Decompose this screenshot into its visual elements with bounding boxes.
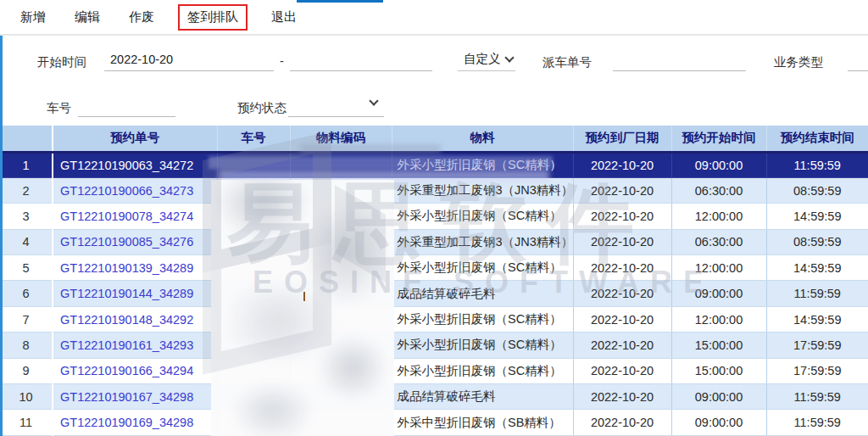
start-time-cell: 06:30:00 bbox=[671, 229, 766, 254]
order-no-link[interactable]: GT12210190085_34276 bbox=[53, 229, 217, 254]
vehicle-no-label: 车号 bbox=[47, 100, 71, 116]
business-type-label: 业务类型 bbox=[774, 54, 823, 70]
status-label: 预约状态 bbox=[237, 100, 287, 116]
material-cell: 成品结算破碎毛料 bbox=[392, 384, 573, 410]
table-row[interactable]: 10GT12210190167_34298成品结算破碎毛料2022-10-200… bbox=[0, 384, 868, 410]
col-header-arrival-date: 预约到厂日期 bbox=[573, 126, 671, 152]
start-time-cell: 12:00:00 bbox=[671, 204, 766, 229]
table-row[interactable]: 4GT12210190085_34276外采重型加工废钢3（JN3精料）2022… bbox=[0, 229, 868, 254]
col-header-rownum bbox=[0, 126, 53, 152]
order-no-link[interactable]: GT12210190078_34274 bbox=[53, 204, 217, 229]
col-header-end-time: 预约结束时间 bbox=[766, 126, 868, 152]
material-cell: 外采小型折旧废钢（SC精料） bbox=[392, 333, 573, 358]
redaction-blur-overlay bbox=[211, 180, 394, 436]
checkin-queue-button[interactable]: 签到排队 bbox=[178, 4, 248, 31]
table-row[interactable]: 8GT12210190161_34293外采小型折旧废钢（SC精料）2022-1… bbox=[0, 333, 868, 358]
row-number-cell: 1 bbox=[0, 152, 53, 177]
exit-button[interactable]: 退出 bbox=[271, 9, 297, 25]
status-select[interactable] bbox=[288, 93, 384, 117]
chevron-down-icon bbox=[504, 53, 514, 62]
table-row[interactable]: 6GT12210190144_34289成品结算破碎毛料2022-10-2009… bbox=[0, 281, 868, 306]
row-number-cell: 4 bbox=[0, 229, 53, 254]
edit-button[interactable]: 编辑 bbox=[75, 9, 100, 25]
start-time-label: 开始时间 bbox=[37, 54, 86, 70]
row-number-cell: 3 bbox=[0, 204, 53, 229]
start-date-input[interactable]: 2022-10-20 bbox=[104, 48, 274, 71]
col-header-order-no: 预约单号 bbox=[53, 126, 217, 152]
redaction-blur-wisp bbox=[301, 144, 441, 153]
start-time-cell: 09:00:00 bbox=[671, 410, 766, 435]
start-time-cell: 06:30:00 bbox=[671, 177, 766, 203]
col-header-start-time: 预约开始时间 bbox=[671, 126, 766, 152]
end-time-cell: 08:59:59 bbox=[766, 229, 868, 254]
material-cell: 外采重型加工废钢3（JN3精料） bbox=[392, 229, 573, 254]
active-tab-indicator bbox=[297, 0, 383, 3]
new-button[interactable]: 新增 bbox=[20, 9, 46, 25]
order-no-link[interactable]: GT12210190066_34273 bbox=[53, 177, 217, 203]
row-number-cell: 10 bbox=[0, 384, 53, 410]
start-time-cell: 09:00:00 bbox=[671, 152, 766, 177]
start-time-cell: 15:00:00 bbox=[671, 333, 766, 358]
arrival-date-cell: 2022-10-20 bbox=[573, 204, 671, 229]
arrival-date-cell: 2022-10-20 bbox=[573, 255, 671, 281]
end-time-cell: 17:59:59 bbox=[766, 333, 868, 358]
col-header-vehicle-no: 车号 bbox=[217, 126, 290, 152]
row-number-cell: 11 bbox=[0, 410, 53, 435]
range-preset-select[interactable]: 自定义 bbox=[458, 48, 515, 71]
order-no-link[interactable]: GT12210190167_34298 bbox=[53, 384, 217, 410]
arrival-date-cell: 2022-10-20 bbox=[573, 358, 671, 383]
table-body: 1GT12210190063_34272外采小型折旧废钢（SC精料）2022-1… bbox=[0, 152, 868, 435]
end-time-cell: 08:59:59 bbox=[766, 177, 868, 203]
end-time-cell: 14:59:59 bbox=[766, 255, 868, 281]
redaction-blur-selected-row bbox=[209, 154, 559, 180]
dispatch-no-input[interactable] bbox=[613, 48, 746, 71]
order-no-link[interactable]: GT12210190139_34289 bbox=[53, 255, 217, 281]
table-row[interactable]: 3GT12210190078_34274外采小型折旧废钢（SC精料）2022-1… bbox=[0, 204, 868, 229]
material-cell: 外采小型折旧废钢（SC精料） bbox=[392, 255, 573, 281]
order-no-link[interactable]: GT12210190063_34272 bbox=[53, 152, 217, 177]
table-row[interactable]: 5GT12210190139_34289外采小型折旧废钢（SC精料）2022-1… bbox=[0, 255, 868, 281]
order-no-link[interactable]: GT12210190148_34292 bbox=[53, 306, 217, 332]
end-time-cell: 11:59:59 bbox=[766, 152, 868, 177]
void-button[interactable]: 作废 bbox=[129, 9, 154, 25]
order-no-link[interactable]: GT12210190161_34293 bbox=[53, 333, 217, 358]
row-number-cell: 6 bbox=[0, 281, 53, 306]
filter-panel: 开始时间 2022-10-20 - 自定义 派车单号 业务类型 车号 预约状态 bbox=[0, 36, 868, 126]
row-number-cell: 9 bbox=[0, 358, 53, 383]
end-time-cell: 14:59:59 bbox=[766, 306, 868, 332]
vehicle-no-input[interactable] bbox=[78, 93, 175, 117]
business-type-input[interactable] bbox=[848, 48, 868, 71]
order-no-link[interactable]: GT12210190166_34294 bbox=[53, 358, 217, 383]
arrival-date-cell: 2022-10-20 bbox=[573, 410, 671, 435]
arrival-date-cell: 2022-10-20 bbox=[573, 152, 671, 177]
material-cell: 外采小型折旧废钢（SC精料） bbox=[392, 358, 573, 383]
end-time-cell: 14:59:59 bbox=[766, 204, 868, 229]
end-time-cell: 11:59:59 bbox=[766, 384, 868, 410]
table-row[interactable]: 7GT12210190148_34292外采小型折旧废钢（SC精料）2022-1… bbox=[0, 306, 868, 332]
arrival-date-cell: 2022-10-20 bbox=[573, 333, 671, 358]
order-no-link[interactable]: GT12210190169_34298 bbox=[53, 410, 217, 435]
material-cell: 外采中型折旧废钢（SB精料） bbox=[392, 410, 573, 435]
end-date-input[interactable] bbox=[290, 48, 432, 71]
arrival-date-cell: 2022-10-20 bbox=[573, 177, 671, 203]
range-preset-value: 自定义 bbox=[464, 51, 501, 67]
arrival-date-cell: 2022-10-20 bbox=[573, 281, 671, 306]
toolbar: 新增 编辑 作废 签到排队 退出 bbox=[0, 0, 868, 36]
material-cell: 外采小型折旧废钢（SC精料） bbox=[392, 306, 573, 332]
chevron-down-icon bbox=[369, 96, 378, 105]
row-number-cell: 5 bbox=[0, 255, 53, 281]
start-time-cell: 15:00:00 bbox=[671, 358, 766, 383]
table-row[interactable]: 11GT12210190169_34298外采中型折旧废钢（SB精料）2022-… bbox=[0, 410, 868, 435]
start-time-cell: 12:00:00 bbox=[671, 255, 766, 281]
material-cell: 成品结算破碎毛料 bbox=[392, 281, 573, 306]
row-number-cell: 7 bbox=[0, 306, 53, 332]
row-number-cell: 2 bbox=[0, 177, 53, 203]
table-row[interactable]: 9GT12210190166_34294外采小型折旧废钢（SC精料）2022-1… bbox=[0, 358, 868, 383]
arrival-date-cell: 2022-10-20 bbox=[573, 384, 671, 410]
left-accent-bar bbox=[0, 36, 3, 436]
end-time-cell: 11:59:59 bbox=[766, 410, 868, 435]
order-no-link[interactable]: GT12210190144_34289 bbox=[53, 281, 217, 306]
arrival-date-cell: 2022-10-20 bbox=[573, 306, 671, 332]
material-cell: 外采小型折旧废钢（SC精料） bbox=[392, 204, 573, 229]
start-time-cell: 09:00:00 bbox=[671, 281, 766, 306]
